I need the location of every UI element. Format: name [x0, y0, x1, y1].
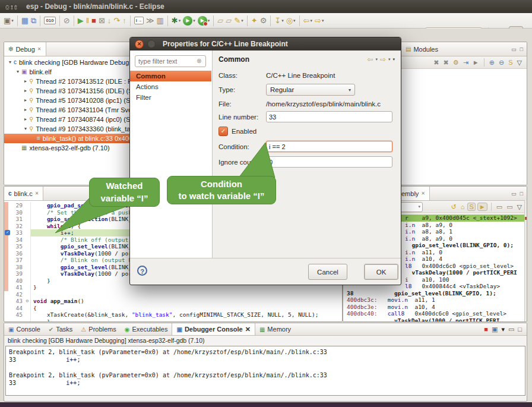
view-menu-icon[interactable]: ▽ [516, 59, 523, 67]
tree-expander-icon[interactable]: ▸ [22, 77, 29, 86]
show-instructions-button[interactable]: ≫ [145, 15, 156, 27]
tab-modules[interactable]: ▤Modules [401, 42, 442, 56]
ok-button[interactable]: OK [364, 264, 398, 280]
show-supported-icon[interactable]: ⚙ [452, 59, 460, 67]
save-button[interactable]: ▦ [20, 15, 30, 27]
dialog-category-actions[interactable]: Actions [130, 81, 211, 92]
code-line[interactable]: } [4, 318, 342, 323]
close-icon[interactable]: ✕ [37, 46, 42, 52]
tree-expander-icon[interactable]: ▸ [22, 105, 29, 115]
dialog-close-button[interactable]: ✕ [135, 40, 144, 49]
maximize-icon[interactable]: □ [520, 46, 523, 52]
select-pointer-icon[interactable]: ► [471, 59, 480, 66]
condition-field[interactable] [266, 141, 392, 152]
show-source-icon[interactable]: ▭ [495, 203, 504, 211]
tree-expander-icon[interactable]: ▸ [22, 115, 29, 124]
tab-debugger-console[interactable]: ▣Debugger Console✕ [172, 323, 255, 335]
minimize-view-icon[interactable]: ▭ [508, 326, 514, 333]
maximize-view-icon[interactable]: □ [518, 326, 522, 333]
close-icon[interactable]: ✕ [421, 191, 425, 196]
last-edit-location-button[interactable]: ↧▾ [273, 15, 284, 27]
minimize-icon[interactable]: ▭ [511, 191, 517, 197]
skip-all-breakpoints-button[interactable]: ⊘ [62, 15, 71, 27]
build-all-button[interactable]: ⚙ [259, 15, 268, 27]
new-wizard-button[interactable]: ▣▾ [2, 15, 15, 27]
dialog-category-common[interactable]: Common [130, 71, 211, 81]
suspend-button[interactable]: ‖ [85, 15, 90, 27]
track-selection-icon[interactable]: ► [477, 203, 487, 211]
tree-expander-icon[interactable]: ▾ [14, 67, 21, 77]
back-dropdown-icon[interactable]: ▾ [375, 57, 378, 62]
tab-executables[interactable]: ◉Executables [121, 323, 172, 335]
fold-marker-icon[interactable]: ⊖ [24, 298, 31, 305]
filter-input[interactable] [135, 55, 206, 67]
step-over-button[interactable]: ↷ [112, 15, 121, 27]
tree-expander-icon[interactable]: ▾ [22, 124, 29, 134]
new-flash-button[interactable]: ✎▾ [233, 15, 244, 27]
disassembly-line[interactable]: 38 gpio_set_level(BLINK_GPIO, 1); [343, 290, 527, 297]
tab-debug[interactable]: ❇ Debug ✕ [4, 42, 46, 56]
display-selected-console-icon[interactable]: ▣ [492, 326, 498, 333]
chevron-down-icon[interactable]: ▾ [501, 326, 505, 333]
remove-all-icon[interactable]: ✖ [442, 59, 450, 67]
disconnect-button[interactable]: ⊠ [97, 15, 106, 27]
resume-button[interactable]: ▶ [77, 15, 85, 27]
tab-console[interactable]: ▣Console [4, 323, 45, 335]
step-return-button[interactable]: ↑ [121, 15, 128, 27]
expand-all-icon[interactable]: ⊕ [488, 59, 496, 67]
link-with-debug-icon[interactable]: S [507, 59, 514, 66]
collapse-all-icon[interactable]: ⊖ [498, 59, 505, 67]
view-menu-icon[interactable]: ▾ [392, 57, 395, 62]
open-element-button[interactable]: ▱ [216, 15, 224, 27]
external-tools-button[interactable]: ▶▾ [197, 15, 211, 27]
close-icon[interactable]: ✕ [35, 191, 39, 196]
code-line[interactable]: 44{ [4, 305, 342, 312]
mark-occurrences-button[interactable]: ✦ [250, 15, 259, 27]
console-output[interactable]: Breakpoint 2, blink_task (pvParameter=0x… [5, 346, 525, 396]
minimize-icon[interactable]: ▭ [511, 46, 517, 52]
ignore-count-field[interactable] [266, 156, 392, 168]
go-to-file-icon[interactable]: ⇥ [462, 59, 470, 67]
tree-expander-icon[interactable]: ▸ [22, 96, 29, 105]
disassembly-line[interactable]: 400dbc3e: movi.n a10, 4 [343, 304, 527, 311]
overview-ruler[interactable] [524, 200, 527, 321]
use-step-filters-button[interactable]: ▥ [156, 15, 165, 27]
cancel-button[interactable]: Cancel [308, 264, 347, 280]
run-button[interactable]: ▶▾ [182, 15, 197, 27]
dialog-category-filter[interactable]: Filter [130, 92, 211, 103]
window-maximize-button[interactable]: + [14, 4, 18, 11]
tree-expander-icon[interactable]: ▾ [7, 58, 14, 67]
view-menu-icon[interactable]: ▽ [516, 203, 523, 211]
code-line[interactable]: 42 [4, 291, 342, 298]
dialog-minimize-button[interactable] [147, 40, 156, 48]
code-line[interactable]: 43⊖void app_main() [4, 298, 342, 305]
forward-dropdown-icon[interactable]: ▾ [388, 57, 391, 62]
type-combo[interactable]: Regular ▾ [266, 84, 355, 96]
forward-button[interactable]: ⇨▾ [314, 15, 325, 27]
tab-problems[interactable]: ⚠Problems [77, 323, 120, 335]
remove-selected-icon[interactable]: ✖ [432, 59, 440, 67]
code-line[interactable]: 45 xTaskCreate(&blink_task, "blink_task"… [4, 311, 342, 318]
debug-button[interactable]: ✱▾ [170, 15, 182, 27]
clear-filter-icon[interactable]: ⊗ [197, 58, 201, 64]
window-close-button[interactable]: ✕ [5, 4, 10, 11]
disassembly-line[interactable]: vTaskDelay(1000 / portTICK_PERI [343, 317, 527, 323]
close-icon[interactable]: ✕ [245, 326, 251, 333]
disassembly-line[interactable]: 400dbc40: call8 0x400dc6c0 <gpio_set_lev… [343, 310, 527, 317]
tab-memory[interactable]: ▦Memory [255, 323, 295, 335]
tab-blink-c[interactable]: c blink.c ✕ [4, 187, 43, 200]
terminate-console-icon[interactable]: ■ [484, 326, 488, 333]
back-button[interactable]: ⇦▾ [302, 15, 314, 27]
instruction-stepping-button[interactable]: i→ [133, 15, 145, 27]
binary-console-button[interactable]: 010 [43, 15, 56, 27]
terminate-button[interactable]: ■ [90, 15, 97, 27]
tree-expander-icon[interactable]: ▸ [22, 86, 29, 96]
link-with-debug-icon[interactable]: S [467, 203, 475, 211]
tab-tasks[interactable]: ✔Tasks [45, 323, 77, 335]
show-symbols-icon[interactable]: ▭ [505, 203, 514, 211]
help-button[interactable]: ? [137, 266, 147, 276]
home-icon[interactable]: ⌂ [460, 203, 466, 210]
enabled-checkbox[interactable]: ✓ [218, 127, 228, 136]
step-into-button[interactable]: ↓ [106, 15, 113, 27]
forward-arrow-icon[interactable]: ⇨ [380, 55, 386, 64]
